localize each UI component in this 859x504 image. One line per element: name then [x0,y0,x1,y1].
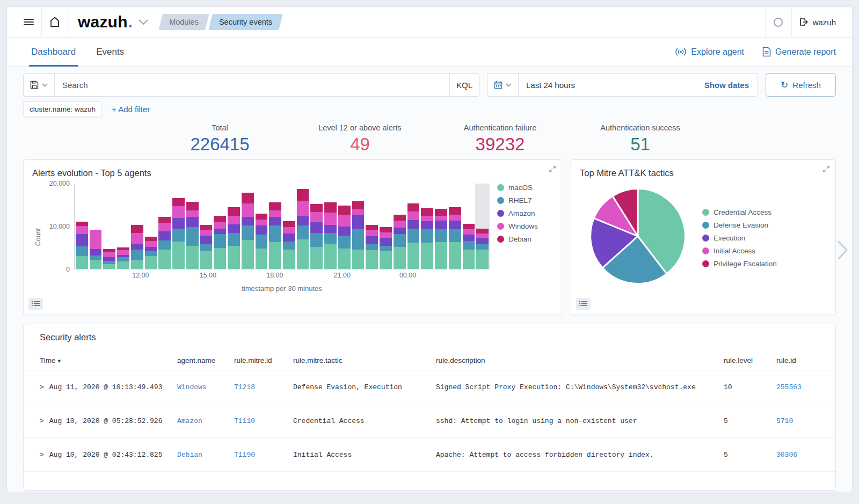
show-dates-button[interactable]: Show dates [696,81,758,90]
row-expand-chevron-icon[interactable]: > [40,383,44,391]
column-header-agent-name[interactable]: agent.name [177,356,234,364]
time-range-value[interactable]: Last 24 hours [519,81,696,90]
kql-toggle[interactable]: KQL [449,74,479,96]
bar-column[interactable] [117,184,129,269]
inspect-data-button[interactable] [576,298,591,310]
expand-icon[interactable] [549,165,556,173]
bar-column[interactable] [394,184,406,269]
cell-mitre-id-link[interactable]: T1190 [234,451,255,459]
chevron-down-icon[interactable] [138,19,149,25]
bar-column[interactable] [463,184,475,269]
legend-item[interactable]: Debian [497,235,553,243]
bar-column[interactable] [310,184,323,269]
breadcrumb-modules[interactable]: Modules [161,14,207,30]
bar-column[interactable] [435,184,447,269]
bar-column[interactable] [131,184,143,269]
bar-column[interactable] [324,184,337,269]
bar-column[interactable] [366,184,378,269]
breadcrumb-security-events[interactable]: Security events [210,14,281,30]
legend-item[interactable]: Privilege Escalation [702,260,777,268]
bar-column[interactable] [158,184,171,269]
cell-rule-id-link[interactable]: 5710 [776,417,793,425]
generate-report-button[interactable]: Generate report [762,47,836,57]
cell-rule-id-link[interactable]: 30306 [776,451,797,459]
cell-agent-name-link[interactable]: Debian [177,451,202,459]
bar-chart-legend: macOSRHEL7AmazonWindowsDebian [490,184,553,293]
menu-button[interactable] [16,7,41,38]
stat-label: Authentication success [570,123,710,132]
refresh-button[interactable]: ↻ Refresh [766,73,836,97]
bar-column[interactable] [172,184,185,269]
bar-column[interactable] [421,184,433,269]
bar-column[interactable] [76,184,88,269]
bar-column[interactable] [407,184,420,269]
cell-mitre-id-link[interactable]: T1218 [234,383,255,391]
column-header-rule-description[interactable]: rule.description [436,356,724,364]
bar-column[interactable] [352,184,365,269]
expand-icon[interactable] [822,165,830,173]
cell-agent-name-link[interactable]: Windows [177,383,207,391]
logo-text: wazuh [78,13,128,31]
bar-column[interactable] [283,184,295,269]
bar-column[interactable] [297,184,309,269]
bar-column[interactable] [476,184,489,269]
stat-label: Total [150,123,290,132]
legend-item[interactable]: macOS [497,184,553,192]
row-expand-chevron-icon[interactable]: > [40,417,44,425]
tab-dashboard[interactable]: Dashboard [31,38,76,67]
bar-column[interactable] [449,184,461,269]
bar-column[interactable] [269,184,281,269]
calendar-dropdown-button[interactable] [487,74,519,96]
search-input[interactable] [55,81,449,90]
legend-item[interactable]: RHEL7 [497,196,553,204]
column-header-rule-level[interactable]: rule.level [724,356,776,364]
cell-agent-name-link[interactable]: Amazon [177,417,202,425]
column-header-time[interactable]: Time▾ [40,356,177,364]
bar-column[interactable] [338,184,351,269]
column-header-rule-id[interactable]: rule.id [776,356,819,364]
panel-alerts-evolution: Alerts evolution - Top 5 agents Count 20… [23,159,562,315]
top-header: wazuh. Modules Security events wazuh [7,7,852,38]
bar-column[interactable] [380,184,392,269]
inspect-data-button[interactable] [28,298,43,310]
row-expand-chevron-icon[interactable]: > [40,451,44,459]
bar-column[interactable] [186,184,199,269]
legend-item[interactable]: Execution [702,234,777,242]
stat-value[interactable]: 49 [290,133,430,155]
legend-item[interactable]: Amazon [497,209,553,217]
bar-column[interactable] [256,184,268,269]
bar-column[interactable] [103,184,115,269]
tab-events[interactable]: Events [96,38,124,67]
legend-item[interactable]: Initial Access [702,247,777,255]
add-filter-button[interactable]: + Add filter [112,105,150,114]
bar-column[interactable] [228,184,240,269]
logout-user-button[interactable]: wazuh [792,18,843,27]
home-button[interactable] [42,7,68,38]
legend-item[interactable]: Defense Evasion [702,221,777,229]
tab-bar: Dashboard Events Explore agent Generate … [7,38,852,67]
wazuh-logo[interactable]: wazuh. [78,13,133,31]
bar-column[interactable] [214,184,226,269]
bar-column[interactable] [242,184,254,269]
stat-value[interactable]: 39232 [430,133,570,155]
refresh-label: Refresh [792,81,821,90]
bar-column[interactable] [90,184,102,269]
bar-column[interactable] [145,184,157,269]
saved-queries-button[interactable] [24,74,55,96]
legend-item[interactable]: Windows [497,222,553,230]
column-header-rule-mitre-id[interactable]: rule.mitre.id [234,356,293,364]
panel-mitre-tactics: Top Mitre ATT&K tactics Credential Acces… [571,159,836,315]
cell-rule-id-link[interactable]: 255563 [776,383,802,391]
column-header-rule-mitre-tactic[interactable]: rule.mitre.tactic [293,356,436,364]
filter-pill-cluster-name[interactable]: cluster.name: wazuh [23,101,102,117]
health-status-button[interactable] [766,7,791,38]
cell-mitre-id-link[interactable]: T1110 [234,417,255,425]
explore-agent-button[interactable]: Explore agent [675,47,744,57]
carousel-next-chevron[interactable] [837,240,849,260]
stat-value[interactable]: 226415 [150,133,290,155]
pie-svg[interactable] [586,185,689,288]
bar-column[interactable] [200,184,213,269]
user-label: wazuh [813,18,836,27]
stat-value[interactable]: 51 [570,133,710,155]
legend-item[interactable]: Credential Access [702,208,777,216]
